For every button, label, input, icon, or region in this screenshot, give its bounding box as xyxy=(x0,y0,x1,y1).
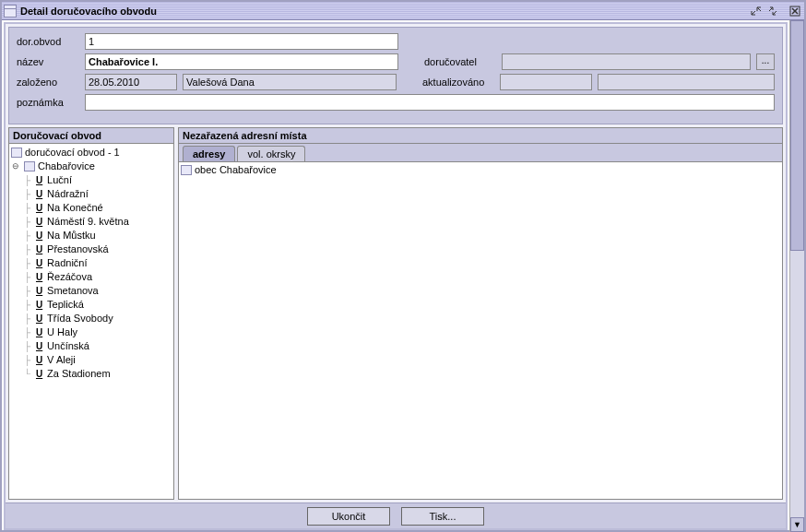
dorucovatel-label: doručovatel xyxy=(424,56,496,67)
folder-icon xyxy=(11,148,22,158)
tree-leaf[interactable]: ├USmetanova xyxy=(11,284,172,298)
tree-leaf[interactable]: ├UŘezáčova xyxy=(11,270,172,284)
tree-node[interactable]: ⊖Chabařovice xyxy=(11,160,172,173)
street-icon: U xyxy=(34,215,44,229)
tree-branch-icon: ├ xyxy=(24,229,30,242)
close-button[interactable] xyxy=(788,5,802,18)
street-icon: U xyxy=(34,242,44,256)
tree-leaf-label: Unčínská xyxy=(47,339,89,353)
scrollbar-thumb[interactable] xyxy=(790,20,804,251)
tree-leaf-label: Smetanova xyxy=(47,284,99,298)
tree-branch-icon: └ xyxy=(24,367,30,381)
tabs: adresyvol. okrsky xyxy=(179,144,782,162)
zalozeno-label: založeno xyxy=(17,77,79,88)
street-icon: U xyxy=(34,256,44,270)
tree-item[interactable]: obec Chabařovice xyxy=(181,164,780,175)
left-tree[interactable]: doručovací obvod - 1⊖Chabařovice├ULuční├… xyxy=(9,144,173,499)
tisk-button[interactable]: Tisk... xyxy=(401,507,484,526)
street-icon: U xyxy=(34,173,44,187)
dorucovatel-browse-button[interactable]: ... xyxy=(756,53,775,70)
street-icon: U xyxy=(34,270,44,284)
window-frame: Detail doručovacího obvodu dor.obvod náz… xyxy=(0,0,806,532)
tree-leaf[interactable]: ├UUnčínská xyxy=(11,339,172,353)
tree-leaf[interactable]: ├UPřestanovská xyxy=(11,242,172,256)
tree-branch-icon: ├ xyxy=(24,325,30,339)
tree-leaf-label: Luční xyxy=(47,173,72,187)
poznamka-field[interactable] xyxy=(85,94,775,111)
tree-branch-icon: ├ xyxy=(24,270,30,284)
right-tree[interactable]: obec Chabařovice xyxy=(179,162,782,499)
street-icon: U xyxy=(34,187,44,201)
minimize-icon xyxy=(751,6,762,16)
tab-vol--okrsky[interactable]: vol. okrsky xyxy=(237,146,305,161)
tree-item-label: obec Chabařovice xyxy=(195,164,277,175)
tree-leaf-label: Třída Svobody xyxy=(47,312,113,325)
tree-leaf-label: Za Stadionem xyxy=(47,367,110,381)
tree-leaf-label: Na Můstku xyxy=(47,229,96,242)
street-icon: U xyxy=(34,339,44,353)
tree-node-label: Chabařovice xyxy=(38,160,95,173)
street-icon: U xyxy=(34,284,44,298)
street-icon: U xyxy=(34,353,44,367)
tree-leaf[interactable]: ├UNa Můstku xyxy=(11,229,172,242)
left-panel-title: Doručovací obvod xyxy=(9,128,173,144)
zalozeno-date-field xyxy=(85,74,177,90)
tree-leaf-label: U Haly xyxy=(47,325,77,339)
poznamka-label: poznámka xyxy=(17,97,79,108)
maximize-icon xyxy=(767,6,778,16)
tab-adresy[interactable]: adresy xyxy=(183,146,235,161)
street-icon: U xyxy=(34,229,44,242)
tree-leaf-label: Nádražní xyxy=(47,187,89,201)
zalozeno-user-field xyxy=(183,74,397,90)
tree-leaf-label: Přestanovská xyxy=(47,242,109,256)
dor-obvod-field[interactable] xyxy=(85,33,398,50)
right-panel: Nezařazená adresní místa adresyvol. okrs… xyxy=(178,127,783,500)
titlebar[interactable]: Detail doručovacího obvodu xyxy=(2,2,804,20)
tree-branch-icon: ├ xyxy=(24,242,30,256)
aktualizovano-user-field xyxy=(598,74,775,90)
tree-leaf-label: Radniční xyxy=(47,256,87,270)
nazev-label: název xyxy=(17,56,79,67)
tree-leaf[interactable]: ├UV Aleji xyxy=(11,353,172,367)
window-icon xyxy=(4,5,17,18)
aktualizovano-date-field xyxy=(500,74,592,90)
tree-branch-icon: ├ xyxy=(24,256,30,270)
nazev-field[interactable] xyxy=(85,53,398,70)
expand-toggle-icon[interactable]: ⊖ xyxy=(11,160,20,173)
tree-leaf[interactable]: ├UNa Konečné xyxy=(11,201,172,215)
tree-leaf[interactable]: ├UTeplická xyxy=(11,298,172,312)
vertical-scrollbar[interactable]: ▼ xyxy=(789,20,804,532)
main-content: dor.obvod název doručovatel ... založeno xyxy=(4,22,788,530)
tree-branch-icon: ├ xyxy=(24,298,30,312)
ukoncit-button[interactable]: Ukončit xyxy=(307,507,390,526)
button-bar: Ukončit Tisk... xyxy=(6,502,786,528)
tree-leaf[interactable]: ├UNáměstí 9. května xyxy=(11,215,172,229)
tree-branch-icon: ├ xyxy=(24,353,30,367)
tree-branch-icon: ├ xyxy=(24,173,30,187)
street-icon: U xyxy=(34,201,44,215)
folder-icon xyxy=(181,165,192,175)
tree-leaf-label: Teplická xyxy=(47,298,84,312)
scrollbar-down-arrow[interactable]: ▼ xyxy=(790,517,804,532)
street-icon: U xyxy=(34,298,44,312)
dorucovatel-field[interactable] xyxy=(502,53,751,70)
tree-leaf-label: Na Konečné xyxy=(47,201,103,215)
tree-leaf[interactable]: ├URadniční xyxy=(11,256,172,270)
maximize-button[interactable] xyxy=(765,5,780,18)
tree-branch-icon: ├ xyxy=(24,215,30,229)
tree-leaf-label: V Aleji xyxy=(47,353,76,367)
folder-icon xyxy=(24,161,35,171)
tree-branch-icon: ├ xyxy=(24,339,30,353)
street-icon: U xyxy=(34,367,44,381)
tree-branch-icon: ├ xyxy=(24,284,30,298)
tree-leaf[interactable]: ├ULuční xyxy=(11,173,172,187)
tree-root-label: doručovací obvod - 1 xyxy=(25,146,120,160)
street-icon: U xyxy=(34,325,44,339)
tree-leaf[interactable]: └UZa Stadionem xyxy=(11,367,172,381)
tree-root[interactable]: doručovací obvod - 1 xyxy=(11,146,172,160)
tree-leaf[interactable]: ├UNádražní xyxy=(11,187,172,201)
tree-leaf[interactable]: ├UU Haly xyxy=(11,325,172,339)
tree-leaf[interactable]: ├UTřída Svobody xyxy=(11,312,172,325)
tree-branch-icon: ├ xyxy=(24,187,30,201)
minimize-button[interactable] xyxy=(749,5,764,18)
